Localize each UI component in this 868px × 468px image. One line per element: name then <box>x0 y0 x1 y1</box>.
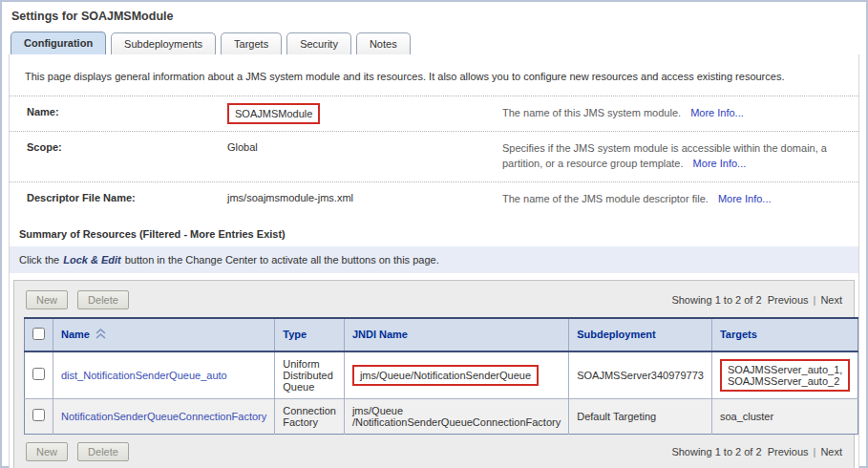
cell-targets: soa_cluster <box>711 398 857 434</box>
field-value-name: SOAJMSModule <box>227 106 502 121</box>
field-label-descriptor: Descriptor File Name: <box>10 192 227 203</box>
highlight-box: jms/Queue/NotificationSenderQueue <box>352 365 539 386</box>
more-info-link[interactable]: More Info... <box>693 158 747 169</box>
table-header-row: Name Type JNDI Name Subdeployment Target… <box>25 318 858 351</box>
select-all-cell <box>25 318 53 351</box>
field-row-scope: Scope: Global Specifies if the JMS syste… <box>10 131 858 181</box>
highlight-box: SOAJMSModule <box>227 103 320 124</box>
pager-separator: | <box>814 446 816 457</box>
tab-security[interactable]: Security <box>286 32 351 54</box>
row-select-cell <box>25 398 53 434</box>
column-header-targets[interactable]: Targets <box>711 318 857 351</box>
field-value-descriptor: jms/soajmsmodule-jms.xml <box>227 192 502 203</box>
help-text: Specifies if the JMS system module is ac… <box>502 142 827 169</box>
table-row: NotificationSenderQueueConnectionFactory… <box>25 398 858 434</box>
sort-ascending-icon[interactable] <box>95 329 107 341</box>
resource-link[interactable]: dist_NotificationSenderQueue_auto <box>61 370 227 381</box>
tab-targets[interactable]: Targets <box>221 32 282 54</box>
toolbar-buttons: New Delete <box>26 290 136 309</box>
row-checkbox[interactable] <box>32 409 45 421</box>
cell-type: Uniform Distributed Queue <box>275 351 345 399</box>
change-center-notice: Click theLock & Editbutton in the Change… <box>10 246 858 273</box>
column-header-name[interactable]: Name <box>53 318 275 351</box>
notice-prefix: Click the <box>19 254 59 266</box>
highlight-box: SOAJMSServer_auto_1, SOAJMSServer_auto_2 <box>720 359 850 392</box>
cell-name: NotificationSenderQueueConnectionFactory <box>53 398 275 434</box>
resource-link[interactable]: NotificationSenderQueueConnectionFactory <box>61 411 266 422</box>
tab-content-panel: This page displays general information a… <box>9 54 859 468</box>
help-text: The name of the JMS module descriptor fi… <box>502 193 709 204</box>
pager-separator: | <box>814 294 816 306</box>
tab-configuration[interactable]: Configuration <box>11 32 106 54</box>
field-label-scope: Scope: <box>10 141 227 153</box>
table-toolbar-top: New Delete Showing 1 to 2 of 2 Previous|… <box>24 286 844 317</box>
module-name-value: SOAJMSModule <box>235 108 312 119</box>
page-title: Settings for SOAJMSModule <box>2 2 866 29</box>
notice-suffix: button in the Change Center to activate … <box>125 254 439 266</box>
jndi-value: jms/Queue/NotificationSenderQueue <box>360 370 531 381</box>
select-all-checkbox[interactable] <box>32 328 45 340</box>
tab-notes[interactable]: Notes <box>356 32 411 54</box>
next-link[interactable]: Next <box>820 294 842 306</box>
help-text: The name of this JMS system module. <box>502 107 681 118</box>
column-header-type[interactable]: Type <box>275 318 345 351</box>
cell-subdeployment: Default Targeting <box>569 398 712 434</box>
pagination-bottom: Showing 1 to 2 of 2 Previous|Next <box>671 446 842 457</box>
field-value-scope: Global <box>227 141 502 153</box>
column-header-subdeployment[interactable]: Subdeployment <box>569 318 712 351</box>
table-toolbar-bottom: New Delete Showing 1 to 2 of 2 Previous|… <box>24 435 844 463</box>
settings-page: Settings for SOAJMSModule Configuration … <box>0 0 868 468</box>
new-button[interactable]: New <box>26 442 68 461</box>
cell-jndi: jms/Queue /NotificationSenderQueueConnec… <box>344 398 568 434</box>
lock-and-edit-label: Lock & Edit <box>63 254 121 266</box>
field-row-descriptor: Descriptor File Name: jms/soajmsmodule-j… <box>10 181 858 217</box>
delete-button[interactable]: Delete <box>77 442 129 461</box>
showing-count: Showing 1 to 2 of 2 <box>671 294 761 306</box>
table-row: dist_NotificationSenderQueue_auto Unifor… <box>25 351 858 399</box>
pagination-top: Showing 1 to 2 of 2 Previous|Next <box>671 294 842 306</box>
column-header-jndi[interactable]: JNDI Name <box>344 318 568 351</box>
delete-button[interactable]: Delete <box>77 290 129 309</box>
summary-heading: Summary of Resources (Filtered - More En… <box>10 217 858 246</box>
field-label-name: Name: <box>10 106 227 117</box>
page-description: This page displays general information a… <box>10 54 858 96</box>
previous-link[interactable]: Previous <box>768 294 809 306</box>
resources-table-container: New Delete Showing 1 to 2 of 2 Previous|… <box>13 280 855 468</box>
field-help-descriptor: The name of the JMS module descriptor fi… <box>502 192 858 207</box>
new-button[interactable]: New <box>26 290 68 309</box>
tab-bar: Configuration Subdeployments Targets Sec… <box>2 29 866 54</box>
cell-type: Connection Factory <box>275 398 345 434</box>
next-link[interactable]: Next <box>820 446 842 457</box>
row-select-cell <box>25 351 53 399</box>
tab-subdeployments[interactable]: Subdeployments <box>111 32 216 54</box>
more-info-link[interactable]: More Info... <box>718 193 772 204</box>
toolbar-buttons: New Delete <box>26 442 136 461</box>
cell-subdeployment: SOAJMSServer340979773 <box>569 351 712 399</box>
previous-link[interactable]: Previous <box>768 446 809 457</box>
cell-jndi: jms/Queue/NotificationSenderQueue <box>344 351 568 399</box>
field-help-name: The name of this JMS system module. More… <box>502 106 858 121</box>
resources-table: Name Type JNDI Name Subdeployment Target… <box>24 317 858 435</box>
cell-targets: SOAJMSServer_auto_1, SOAJMSServer_auto_2 <box>711 351 857 399</box>
row-checkbox[interactable] <box>32 368 45 380</box>
field-help-scope: Specifies if the JMS system module is ac… <box>502 141 858 172</box>
field-row-name: Name: SOAJMSModule The name of this JMS … <box>10 96 858 131</box>
showing-count: Showing 1 to 2 of 2 <box>671 446 761 457</box>
cell-name: dist_NotificationSenderQueue_auto <box>53 351 275 399</box>
targets-value: SOAJMSServer_auto_1, SOAJMSServer_auto_2 <box>728 364 842 387</box>
more-info-link[interactable]: More Info... <box>690 107 744 118</box>
